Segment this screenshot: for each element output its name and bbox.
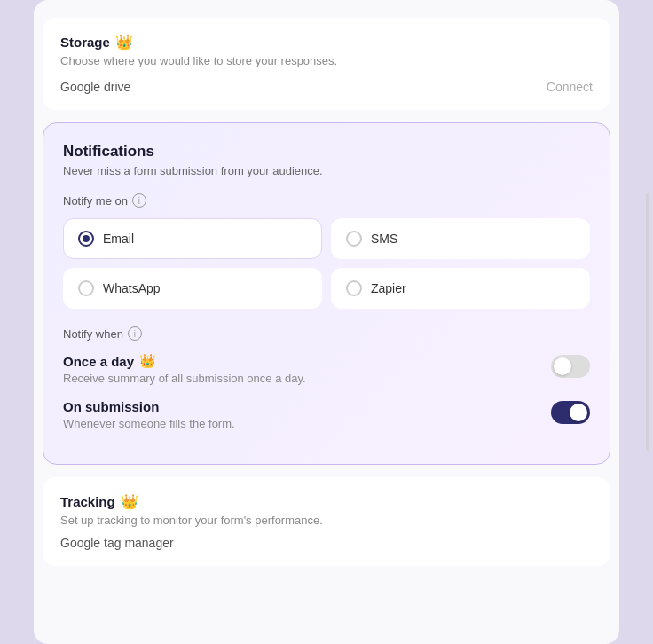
notify-when-label: Notify when i (63, 326, 590, 341)
radio-option-zapier[interactable]: Zapier (331, 268, 590, 309)
tracking-header: Tracking 👑 (60, 493, 593, 510)
notify-when-info-icon: i (128, 326, 142, 341)
notify-on-info-icon: i (132, 193, 146, 208)
scroll-area: Storage 👑 Choose where you would like to… (34, 0, 619, 644)
storage-option: Google drive (60, 80, 130, 94)
toggle-desc-on-submission: Whenever someone fills the form. (63, 417, 540, 430)
notify-on-label: Notify me on i (63, 193, 590, 208)
tracking-description: Set up tracking to monitor your form's p… (60, 514, 593, 527)
radio-label-sms: SMS (371, 232, 397, 246)
radio-circle-whatsapp (78, 280, 94, 296)
radio-label-email: Email (103, 232, 134, 246)
radio-option-sms[interactable]: SMS (331, 218, 590, 259)
radio-circle-sms (346, 231, 362, 247)
toggle-desc-once-a-day: Receive summary of all submission once a… (63, 372, 540, 385)
toggle-text-on-submission: On submission Whenever someone fills the… (63, 399, 540, 430)
radio-circle-zapier (346, 280, 362, 296)
toggle-title-on-submission: On submission (63, 399, 540, 414)
connect-button[interactable]: Connect (547, 80, 593, 94)
toggle-knob-on-submission (570, 404, 587, 421)
radio-option-whatsapp[interactable]: WhatsApp (63, 268, 322, 309)
toggle-text-once-a-day: Once a day 👑 Receive summary of all subm… (63, 353, 540, 385)
storage-description: Choose where you would like to store you… (60, 54, 593, 67)
scrollbar[interactable] (646, 193, 649, 451)
radio-circle-email (78, 231, 94, 247)
tracking-option: Google tag manager (60, 536, 593, 550)
storage-crown-icon: 👑 (115, 34, 133, 51)
tracking-crown-icon: 👑 (121, 493, 138, 510)
tracking-title: Tracking (60, 494, 115, 509)
radio-options-grid: Email SMS WhatsApp Zapier (63, 218, 590, 309)
radio-label-zapier: Zapier (371, 281, 406, 295)
storage-section: Storage 👑 Choose where you would like to… (43, 18, 610, 110)
storage-row: Google drive Connect (60, 80, 593, 94)
toggle-title-once-a-day: Once a day 👑 (63, 353, 540, 369)
toggle-on-submission[interactable] (551, 401, 590, 424)
notifications-title: Notifications (63, 143, 590, 161)
page-container: Storage 👑 Choose where you would like to… (0, 0, 653, 644)
notifications-description: Never miss a form submission from your a… (63, 164, 590, 177)
tracking-section: Tracking 👑 Set up tracking to monitor yo… (43, 477, 610, 566)
toggle-once-a-day[interactable] (551, 355, 590, 378)
toggle-row-once-a-day: Once a day 👑 Receive summary of all subm… (63, 353, 590, 385)
toggle-row-on-submission: On submission Whenever someone fills the… (63, 399, 590, 430)
storage-header: Storage 👑 (60, 34, 593, 51)
radio-label-whatsapp: WhatsApp (103, 281, 161, 295)
radio-option-email[interactable]: Email (63, 218, 322, 259)
once-a-day-crown-icon: 👑 (139, 353, 156, 369)
notifications-section: Notifications Never miss a form submissi… (43, 122, 610, 465)
toggle-knob-once-a-day (554, 357, 571, 375)
storage-title: Storage (60, 35, 110, 50)
